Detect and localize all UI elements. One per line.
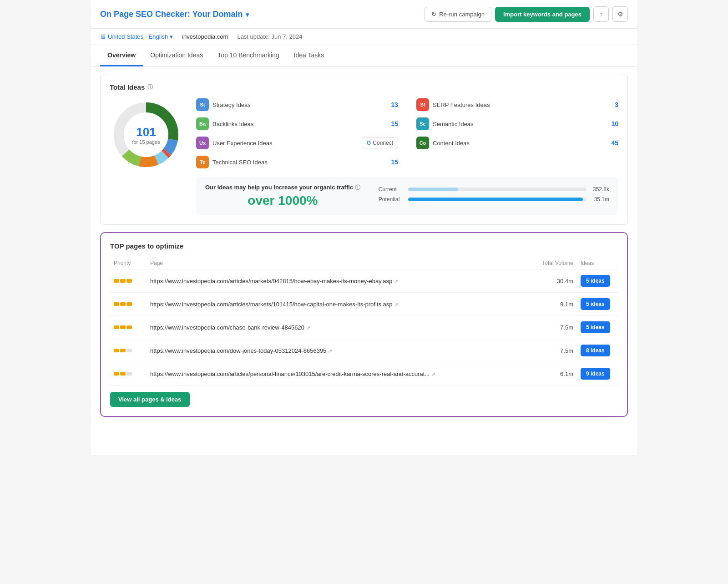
traffic-boost-value: over 1000% xyxy=(205,193,360,208)
total-ideas-content: 101 for 15 pages St Strategy Ideas 13 xyxy=(110,98,618,215)
page-url-cell: https://www.investopedia.com/dow-jones-t… xyxy=(147,339,522,362)
external-link-icon[interactable]: ↗ xyxy=(394,302,399,307)
potential-traffic-track xyxy=(408,198,586,201)
volume-cell: 6.1m xyxy=(522,362,577,386)
potential-traffic-fill xyxy=(408,198,583,201)
priority-bar xyxy=(126,349,132,352)
ideas-cell: 8 ideas xyxy=(577,339,618,362)
ideas-cell: 5 ideas xyxy=(577,293,618,316)
page-url-cell: https://www.investopedia.com/articles/ma… xyxy=(147,293,522,316)
ideas-grid: St Strategy Ideas 13 Sf SERP Features Id… xyxy=(196,98,618,168)
priority-bar xyxy=(114,349,119,352)
idea-item-serp: Sf SERP Features Ideas 3 xyxy=(416,98,618,111)
domain-dropdown-icon[interactable]: ▾ xyxy=(246,11,249,18)
priority-bar xyxy=(114,325,119,329)
tab-overview[interactable]: Overview xyxy=(100,45,143,66)
external-link-icon[interactable]: ↗ xyxy=(328,348,332,354)
ideas-button[interactable]: 5 ideas xyxy=(581,275,610,287)
idea-item-content: Co Content Ideas 45 xyxy=(416,137,618,149)
gear-icon: ⚙ xyxy=(617,10,623,18)
priority-cell xyxy=(110,316,147,339)
idea-item-semantic: Se Semantic Ideas 10 xyxy=(416,117,618,130)
idea-item-backlinks: Ba Backlinks Ideas 15 xyxy=(196,117,398,130)
export-icon: ↑ xyxy=(600,10,603,18)
volume-cell: 30.4m xyxy=(522,269,577,293)
page-url: https://www.investopedia.com/articles/pe… xyxy=(150,371,430,377)
ideas-button[interactable]: 9 ideas xyxy=(581,368,610,380)
top-pages-card: TOP pages to optimize Priority Page Tota… xyxy=(100,232,628,417)
page-url-cell: https://www.investopedia.com/chase-bank-… xyxy=(147,316,522,339)
top-pages-title: TOP pages to optimize xyxy=(110,242,618,250)
header: On Page SEO Checker: Your Domain ▾ ↻ Re-… xyxy=(91,0,637,29)
location-selector[interactable]: 🖥 United States - English ▾ xyxy=(100,33,173,40)
potential-traffic-row: Potential 35.1m xyxy=(379,196,609,203)
col-volume: Total Volume xyxy=(522,257,577,269)
ideas-details: St Strategy Ideas 13 Sf SERP Features Id… xyxy=(196,98,618,215)
view-all-button[interactable]: View all pages & ideas xyxy=(110,392,190,407)
pages-table: Priority Page Total Volume Ideas https:/… xyxy=(110,257,618,386)
donut-center: 101 for 15 pages xyxy=(132,125,160,145)
idea-item-strategy: St Strategy Ideas 13 xyxy=(196,98,398,111)
tab-top10-benchmarking[interactable]: Top 10 Benchmarking xyxy=(210,45,286,66)
import-keywords-button[interactable]: Import keywords and pages xyxy=(495,7,590,22)
volume-cell: 7.5m xyxy=(522,316,577,339)
priority-bar xyxy=(120,325,126,329)
ideas-cell: 9 ideas xyxy=(577,362,618,386)
col-priority: Priority xyxy=(110,257,147,269)
table-row: https://www.investopedia.com/dow-jones-t… xyxy=(110,339,618,362)
page-url: https://www.investopedia.com/dow-jones-t… xyxy=(150,347,326,354)
priority-bar xyxy=(114,279,119,283)
external-link-icon[interactable]: ↗ xyxy=(431,371,435,377)
current-traffic-fill xyxy=(408,188,458,191)
table-row: https://www.investopedia.com/articles/ma… xyxy=(110,269,618,293)
ideas-button[interactable]: 8 ideas xyxy=(581,345,610,356)
priority-bar xyxy=(120,302,126,306)
last-update: Last update: Jun 7, 2024 xyxy=(237,33,302,40)
col-page: Page xyxy=(147,257,522,269)
rerun-campaign-button[interactable]: ↻ Re-run campaign xyxy=(425,7,491,22)
page-url-cell: https://www.investopedia.com/articles/pe… xyxy=(147,362,522,386)
priority-cell xyxy=(110,362,147,386)
current-traffic-row: Current 352.8k xyxy=(379,186,609,193)
domain-text: investopedia.com xyxy=(182,33,228,40)
sub-header: 🖥 United States - English ▾ investopedia… xyxy=(91,29,637,45)
strategy-badge: St xyxy=(196,98,209,111)
google-connect-button[interactable]: G Connect xyxy=(362,137,398,148)
google-g-icon: G xyxy=(367,140,371,146)
table-row: https://www.investopedia.com/articles/ma… xyxy=(110,293,618,316)
traffic-section: Our ideas may help you increase your org… xyxy=(196,177,618,215)
settings-button[interactable]: ⚙ xyxy=(612,6,628,22)
priority-cell xyxy=(110,339,147,362)
backlinks-badge: Ba xyxy=(196,117,209,130)
ideas-button[interactable]: 5 ideas xyxy=(581,321,610,333)
tab-optimization-ideas[interactable]: Optimization Ideas xyxy=(143,45,210,66)
ideas-button[interactable]: 5 ideas xyxy=(581,298,610,310)
priority-bar xyxy=(126,372,132,376)
current-traffic-track xyxy=(408,188,586,191)
nav-tabs: Overview Optimization Ideas Top 10 Bench… xyxy=(91,45,637,66)
col-ideas: Ideas xyxy=(577,257,618,269)
serp-badge: Sf xyxy=(416,98,429,111)
priority-bar xyxy=(126,325,132,329)
semantic-badge: Se xyxy=(416,117,429,130)
priority-bar xyxy=(114,302,119,306)
monitor-icon: 🖥 xyxy=(100,33,106,40)
volume-cell: 9.1m xyxy=(522,293,577,316)
export-button[interactable]: ↑ xyxy=(593,6,609,22)
priority-bar xyxy=(120,349,126,352)
priority-cell xyxy=(110,269,147,293)
page-url: https://www.investopedia.com/chase-bank-… xyxy=(150,324,304,331)
traffic-info-icon[interactable]: ⓘ xyxy=(355,184,360,191)
tab-idea-tasks[interactable]: Idea Tasks xyxy=(287,45,332,66)
priority-cell xyxy=(110,293,147,316)
priority-bar xyxy=(126,279,132,283)
technical-badge: Te xyxy=(196,156,209,168)
external-link-icon[interactable]: ↗ xyxy=(394,279,398,284)
total-ideas-info-icon[interactable]: ⓘ xyxy=(147,83,153,91)
page-url-cell: https://www.investopedia.com/articles/ma… xyxy=(147,269,522,293)
external-link-icon[interactable]: ↗ xyxy=(306,325,310,330)
donut-chart: 101 for 15 pages xyxy=(110,98,182,171)
table-row: https://www.investopedia.com/articles/pe… xyxy=(110,362,618,386)
idea-item-technical: Te Technical SEO Ideas 15 xyxy=(196,156,398,168)
total-ideas-title: Total Ideas ⓘ xyxy=(110,83,618,91)
